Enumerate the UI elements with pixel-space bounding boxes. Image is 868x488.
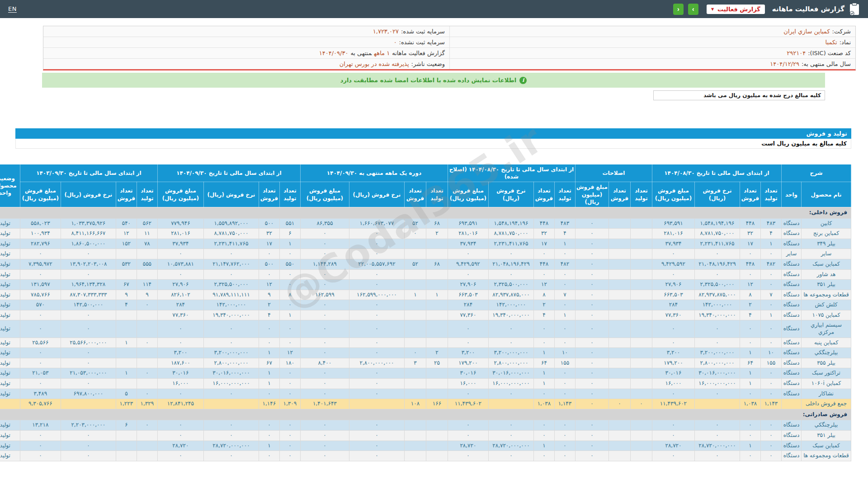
status-cell: تولید	[0, 420, 20, 431]
value-cell: ۰	[554, 389, 575, 399]
value-cell	[630, 389, 652, 399]
value-cell: ۰	[300, 280, 349, 290]
value-cell	[404, 420, 426, 431]
value-cell: ۲۱,۰۵۳,۰۰۰,۰۰۰	[61, 368, 116, 379]
value-cell: ۲,۲۳۱,۴۱۱,۷۶۵	[488, 239, 533, 249]
value-cell: ۰	[740, 320, 760, 338]
value-cell: ۰	[300, 249, 349, 259]
value-cell: ۱	[740, 441, 760, 451]
table-row: سیستم ابیاري مرکزيدستگاه۰۰۰۰۰۰۰۰۰۰۰۰۰۰۰۰…	[0, 320, 851, 338]
value-cell: ۱۷	[740, 239, 760, 249]
value-cell: ۰	[575, 249, 609, 259]
report-type-dropdown[interactable]: گزارش فعالیت ▼	[707, 5, 765, 14]
value-cell: ۰	[652, 420, 694, 431]
value-cell: ۱,۶۶۰,۶۷۳,۰۷۷	[349, 218, 404, 229]
value-cell: ۶	[279, 229, 300, 239]
value-cell: ۰	[300, 229, 349, 239]
value-cell: ۰	[279, 320, 300, 338]
status-cell: تولید	[0, 441, 20, 451]
signature-notice-text: اطلاعات نمایش داده شده با اطلاعات امضا ش…	[340, 77, 517, 84]
unit-cell: دستگاه	[781, 348, 801, 358]
product-name-cell: قطعات ومجموعه ها	[802, 290, 851, 300]
value-cell: ۵۶۲	[137, 218, 157, 229]
company-info-cell: نماد:تکمبا	[449, 37, 855, 47]
value-cell: ۹	[259, 290, 279, 300]
clipboard-icon	[849, 3, 860, 15]
value-cell: ۱,۲۲۳	[116, 399, 137, 409]
value-cell: ۰	[533, 451, 554, 461]
page-title: گزارش فعالیت ماهانه	[772, 5, 844, 13]
value-cell: ۰	[279, 389, 300, 399]
info-label: وضعیت ناشر:	[411, 61, 445, 67]
value-cell: ۰	[652, 269, 694, 280]
header-col-qty_sale: تعداد فروش	[259, 182, 279, 207]
value-cell: ۰	[575, 420, 609, 431]
value-cell: ۳,۲۰۰,۰۰۰,۰۰۰	[694, 348, 740, 358]
value-cell: ۲,۲۰۳,۰۰۰,۰۰۰	[61, 420, 116, 431]
value-cell: ۷۷۹,۹۴۶	[157, 218, 203, 229]
value-cell	[404, 280, 426, 290]
company-info-table: شرکت:کمباین سازي ایرانسرمایه ثبت شده:۱,۷…	[43, 26, 856, 70]
value-cell	[404, 269, 426, 280]
value-cell: ۲	[740, 300, 760, 310]
value-cell: ۱,۱۴۳	[554, 399, 575, 409]
value-cell: ۰	[488, 420, 533, 431]
value-cell: ۰	[694, 249, 740, 259]
value-cell: ۱۱۴	[137, 280, 157, 290]
unit-cell: سایر	[781, 249, 801, 259]
header-col-qty_sale: تعداد فروش	[533, 182, 554, 207]
header-col-amount: مبلغ فروش (میلیون ریال)	[157, 182, 203, 207]
value-cell: ۲۸,۷۲۰	[448, 441, 488, 451]
product-name-cell: بیلر ۳۵۱	[802, 431, 851, 441]
value-cell: ۶۴	[533, 358, 554, 368]
value-cell: ۲۸۱,۰۱۶	[448, 229, 488, 239]
info-label: شرکت:	[832, 28, 851, 35]
value-cell: ۰	[404, 348, 426, 358]
value-cell: ۱۸۷,۶۰۰	[157, 358, 203, 368]
product-name-cell: کمباین سبک	[802, 259, 851, 269]
value-cell	[630, 420, 652, 431]
previous-report-button[interactable]: ‹	[673, 4, 684, 15]
value-cell: ۲۱,۰۵۳	[20, 368, 61, 379]
value-cell: ۰	[20, 348, 61, 358]
value-cell	[426, 269, 448, 280]
table-row: تراکتور سبکدستگاه۰۱۳۰,۰۱۶,۰۰۰,۰۰۰۳۰,۰۱۶۰…	[0, 368, 851, 379]
value-cell	[488, 399, 533, 409]
unit-cell: دستگاه	[781, 229, 801, 239]
info-value: ۲۹۲۱۰۴	[787, 50, 806, 56]
value-cell: ۲۱,۱۴۷,۷۶۲,۰۰۰	[203, 259, 259, 269]
status-cell: تولید	[0, 280, 20, 290]
value-cell: ۳۲	[533, 229, 554, 239]
header-col-qty_sale: تعداد فروش	[404, 182, 426, 207]
production-sales-section: تولید و فروش کلیه مبالغ به میلیون ریال ا…	[15, 128, 851, 149]
language-switch-en[interactable]: EN	[8, 5, 17, 13]
status-cell: تولید	[0, 338, 20, 348]
status-cell: تولید	[0, 300, 20, 310]
value-cell: ۰	[488, 451, 533, 461]
value-cell: ۰	[740, 451, 760, 461]
value-cell: ۱۲,۸۴۱,۲۴۵	[157, 399, 203, 409]
value-cell: ۰	[137, 300, 157, 310]
info-label: منتهی به	[350, 50, 372, 56]
value-cell	[349, 399, 404, 409]
value-cell: ۲۵,۵۶۶	[20, 338, 61, 348]
next-report-button[interactable]: ›	[688, 4, 698, 15]
value-cell	[630, 218, 652, 229]
value-cell: ۱۲	[533, 280, 554, 290]
company-info-cell: وضعیت ناشر:پذیرفته شده در بورس تهران	[43, 59, 449, 69]
value-cell: ۰	[259, 420, 279, 431]
value-cell: ۷,۳۹۵,۹۷۲	[20, 259, 61, 269]
unit-cell: دستگاه	[781, 280, 801, 290]
value-cell: ۳۰,۰۱۶,۰۰۰,۰۰۰	[203, 368, 259, 379]
company-info-row: نماد:تکمباسرمایه ثبت نشده:۰	[43, 37, 855, 48]
header-col-amount: مبلغ فروش (میلیون ریال)	[575, 182, 609, 207]
value-cell: ۸,۴۱۱,۱۶۶,۶۶۷	[61, 229, 116, 239]
table-row: بیلر ۳۵۱دستگاه۰۰۰۰۰۰۰۰۰۰۰۰۰۰۰۰۰تولید	[0, 431, 851, 441]
header-col-status: وضعیت محصول-واحد	[0, 164, 20, 207]
value-cell: ۱۱,۴۳۹,۶۰۲	[652, 399, 694, 409]
value-cell: ۱۶۶	[426, 399, 448, 409]
table-row: جمع فروش داخلی۱,۱۴۳۱,۰۳۸۱۱,۴۳۹,۶۰۲۰۰۰۱,۱…	[0, 399, 851, 409]
value-cell: ۱	[259, 368, 279, 379]
value-cell: ۰	[300, 348, 349, 358]
value-cell	[609, 338, 630, 348]
